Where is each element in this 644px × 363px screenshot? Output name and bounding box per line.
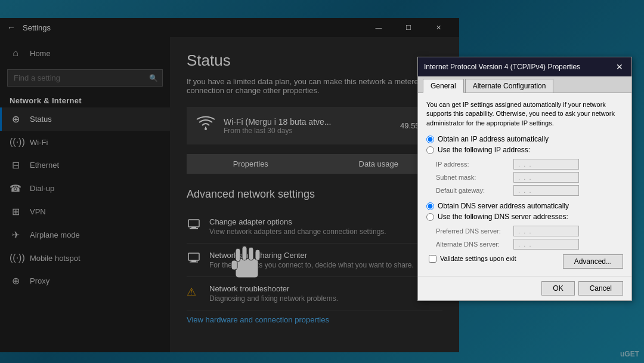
dialog-body: You can get IP settings assigned automat… xyxy=(418,93,631,276)
subnet-input[interactable] xyxy=(513,172,579,183)
auto-ip-label: Obtain an IP address automatically xyxy=(438,135,549,143)
alternate-dns-input[interactable] xyxy=(513,239,579,250)
manual-dns-radio[interactable]: Use the following DNS server addresses: xyxy=(426,213,623,221)
alternate-dns-row: Alternate DNS server: xyxy=(426,239,623,250)
manual-dns-label: Use the following DNS server addresses: xyxy=(438,213,568,221)
tcp-properties-dialog: Internet Protocol Version 4 (TCP/IPv4) P… xyxy=(417,57,632,301)
desktop: ← Settings — ☐ ✕ ⌂ Home 🔍 Network & Inte… xyxy=(0,0,644,363)
dialog-title: Internet Protocol Version 4 (TCP/IPv4) P… xyxy=(424,63,580,71)
ip-radio-group: Obtain an IP address automatically Use t… xyxy=(426,135,623,154)
cancel-button[interactable]: Cancel xyxy=(578,281,623,296)
subnet-row: Subnet mask: xyxy=(426,172,623,183)
auto-ip-radio-input[interactable] xyxy=(426,136,434,143)
gateway-row: Default gateway: xyxy=(426,185,623,196)
ip-address-label: IP address: xyxy=(436,161,513,168)
tab-alternate[interactable]: Alternate Configuration xyxy=(465,79,554,93)
dialog-info-text: You can get IP settings assigned automat… xyxy=(426,100,623,128)
validate-checkbox-row: Validate settings upon exit xyxy=(426,255,516,263)
advanced-button[interactable]: Advanced... xyxy=(563,254,623,269)
manual-ip-radio[interactable]: Use the following IP address: xyxy=(426,146,623,154)
dns-section: Obtain DNS server address automatically … xyxy=(426,202,623,250)
ip-address-row: IP address: xyxy=(426,159,623,170)
manual-dns-radio-input[interactable] xyxy=(426,213,434,221)
dns-radio-group: Obtain DNS server address automatically … xyxy=(426,202,623,221)
dialog-tabs: General Alternate Configuration xyxy=(418,76,631,93)
dialog-titlebar: Internet Protocol Version 4 (TCP/IPv4) P… xyxy=(418,57,631,76)
manual-ip-radio-input[interactable] xyxy=(426,146,434,154)
gateway-input[interactable] xyxy=(513,185,579,196)
alternate-dns-label: Alternate DNS server: xyxy=(436,241,513,248)
auto-dns-radio-input[interactable] xyxy=(426,202,434,210)
preferred-dns-label: Preferred DNS server: xyxy=(436,227,513,235)
ok-button[interactable]: OK xyxy=(541,281,574,296)
dialog-close-button[interactable]: ✕ xyxy=(614,61,626,73)
ip-address-input[interactable] xyxy=(513,159,579,170)
tab-general[interactable]: General xyxy=(423,79,464,93)
auto-ip-radio[interactable]: Obtain an IP address automatically xyxy=(426,135,623,143)
gateway-label: Default gateway: xyxy=(436,187,513,194)
dialog-overlay: Internet Protocol Version 4 (TCP/IPv4) P… xyxy=(0,0,644,363)
auto-dns-radio[interactable]: Obtain DNS server address automatically xyxy=(426,202,623,210)
subnet-label: Subnet mask: xyxy=(436,174,513,181)
dialog-footer: OK Cancel xyxy=(418,276,631,300)
auto-dns-label: Obtain DNS server address automatically xyxy=(438,202,569,210)
preferred-dns-input[interactable] xyxy=(513,226,579,236)
manual-ip-label: Use the following IP address: xyxy=(438,146,530,154)
validate-checkbox[interactable] xyxy=(429,255,436,263)
preferred-dns-row: Preferred DNS server: xyxy=(426,226,623,236)
validate-label: Validate settings upon exit xyxy=(440,255,516,262)
